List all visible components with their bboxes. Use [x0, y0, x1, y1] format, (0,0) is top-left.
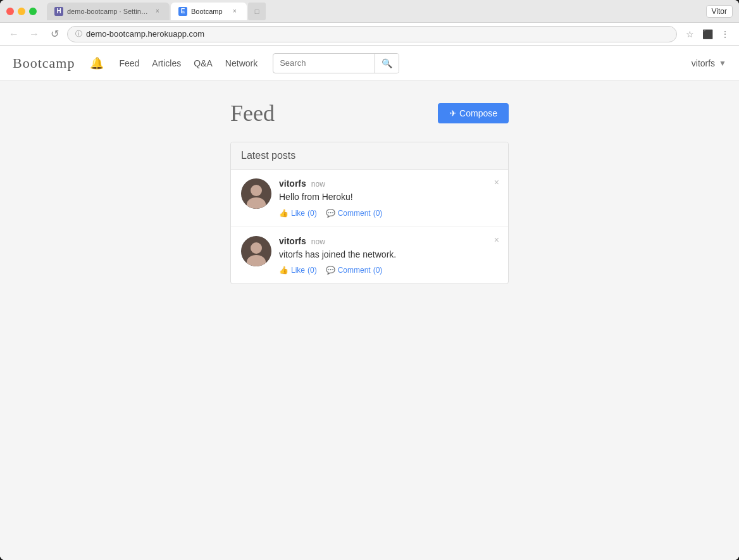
- new-tab-placeholder: □: [248, 3, 266, 20]
- post-item: vitorfs now vitorfs has joined the netwo…: [231, 227, 508, 284]
- like-count: (0): [307, 209, 317, 218]
- post-meta: vitorfs now: [279, 236, 498, 246]
- post-time: now: [311, 237, 325, 246]
- tabs-bar: H demo-bootcamp · Settings | H × E Bootc…: [42, 3, 701, 20]
- address-bar: ← → ↺ ⓘ demo-bootcamp.herokuapp.com ☆ ⬛ …: [0, 23, 739, 46]
- tab1-label: demo-bootcamp · Settings | H: [67, 8, 149, 15]
- comment-count: (0): [373, 209, 383, 218]
- page-title: Feed: [230, 100, 275, 127]
- bell-icon[interactable]: 🔔: [90, 56, 104, 70]
- cast-button[interactable]: ⬛: [700, 27, 715, 42]
- post-item: vitorfs now Hello from Heroku! 👍 Like (0…: [231, 170, 508, 227]
- post-text: vitorfs has joined the network.: [279, 249, 498, 261]
- maximize-window-button[interactable]: [29, 8, 37, 15]
- address-bar-actions: ☆ ⬛ ⋮: [682, 27, 733, 42]
- chevron-down-icon: ▼: [719, 59, 726, 68]
- user-menu[interactable]: vitorfs ▼: [692, 58, 726, 68]
- app-area: Bootcamp 🔔 Feed Articles Q&A Network 🔍 v…: [0, 46, 739, 560]
- posts-card: Latest posts vitorfs now Hello from Hero…: [230, 142, 509, 284]
- traffic-lights: [6, 8, 37, 15]
- like-label: Like: [291, 209, 305, 218]
- minimize-window-button[interactable]: [18, 8, 25, 15]
- like-count: (0): [307, 266, 317, 275]
- comment-button[interactable]: 💬 Comment (0): [326, 209, 383, 218]
- user-badge: Vitor: [706, 5, 733, 18]
- thumbs-up-icon: 👍: [279, 266, 289, 275]
- latest-posts-header: Latest posts: [231, 142, 508, 170]
- avatar: [241, 178, 271, 209]
- comment-icon: 💬: [326, 266, 335, 275]
- tab2-close-button[interactable]: ×: [230, 7, 239, 16]
- tab1-favicon: H: [54, 7, 63, 16]
- browser-tab-2[interactable]: E Bootcamp ×: [171, 3, 247, 20]
- browser-window: H demo-bootcamp · Settings | H × E Bootc…: [0, 0, 739, 560]
- tab1-close-button[interactable]: ×: [153, 7, 162, 16]
- app-navbar: Bootcamp 🔔 Feed Articles Q&A Network 🔍 v…: [0, 46, 739, 81]
- search-wrapper: 🔍: [273, 53, 399, 73]
- bookmark-button[interactable]: ☆: [682, 27, 697, 42]
- post-text: Hello from Heroku!: [279, 191, 498, 204]
- post-content: vitorfs now vitorfs has joined the netwo…: [279, 236, 498, 275]
- reload-button[interactable]: ↺: [47, 27, 62, 42]
- nav-link-network[interactable]: Network: [225, 58, 258, 68]
- forward-button[interactable]: →: [27, 27, 42, 42]
- main-content: Feed ✈ Compose Latest posts vitorfs: [0, 81, 739, 560]
- nav-link-articles[interactable]: Articles: [152, 58, 181, 68]
- menu-button[interactable]: ⋮: [717, 27, 733, 42]
- back-button[interactable]: ←: [6, 27, 22, 42]
- thumbs-up-icon: 👍: [279, 209, 289, 218]
- search-input[interactable]: [273, 58, 375, 68]
- comment-label: Comment: [338, 209, 371, 218]
- post-actions: 👍 Like (0) 💬 Comment (0): [279, 266, 498, 275]
- comment-button[interactable]: 💬 Comment (0): [326, 266, 383, 275]
- avatar-image: [241, 236, 271, 266]
- tab2-favicon: E: [178, 7, 187, 16]
- post-content: vitorfs now Hello from Heroku! 👍 Like (0…: [279, 178, 498, 218]
- comment-label: Comment: [338, 266, 371, 275]
- title-bar: H demo-bootcamp · Settings | H × E Bootc…: [0, 0, 739, 23]
- post-actions: 👍 Like (0) 💬 Comment (0): [279, 209, 498, 218]
- post-close-button[interactable]: ×: [494, 235, 499, 245]
- url-text: demo-bootcamp.herokuapp.com: [86, 29, 204, 39]
- post-author: vitorfs: [279, 236, 306, 246]
- post-close-button[interactable]: ×: [494, 177, 499, 187]
- like-label: Like: [291, 266, 305, 275]
- app-logo: Bootcamp: [13, 55, 75, 72]
- post-time: now: [311, 180, 325, 189]
- search-button[interactable]: 🔍: [375, 54, 399, 73]
- post-meta: vitorfs now: [279, 178, 498, 189]
- compose-button[interactable]: ✈ Compose: [438, 103, 509, 123]
- browser-tab-1[interactable]: H demo-bootcamp · Settings | H ×: [47, 3, 170, 20]
- comment-icon: 💬: [326, 209, 335, 218]
- lock-icon: ⓘ: [75, 29, 82, 39]
- nav-link-qa[interactable]: Q&A: [194, 58, 213, 68]
- like-button[interactable]: 👍 Like (0): [279, 209, 317, 218]
- comment-count: (0): [373, 266, 383, 275]
- tab2-label: Bootcamp: [191, 8, 223, 15]
- avatar-image: [241, 178, 271, 209]
- close-window-button[interactable]: [6, 8, 14, 15]
- url-bar[interactable]: ⓘ demo-bootcamp.herokuapp.com: [67, 26, 677, 42]
- post-author: vitorfs: [279, 178, 306, 189]
- content-header-row: Feed ✈ Compose: [230, 100, 509, 127]
- nav-links: Feed Articles Q&A Network: [119, 58, 258, 68]
- feed-wrapper: Feed ✈ Compose Latest posts vitorfs: [230, 100, 509, 284]
- nav-link-feed[interactable]: Feed: [119, 58, 139, 68]
- like-button[interactable]: 👍 Like (0): [279, 266, 317, 275]
- avatar: [241, 236, 271, 266]
- user-menu-name: vitorfs: [692, 58, 715, 68]
